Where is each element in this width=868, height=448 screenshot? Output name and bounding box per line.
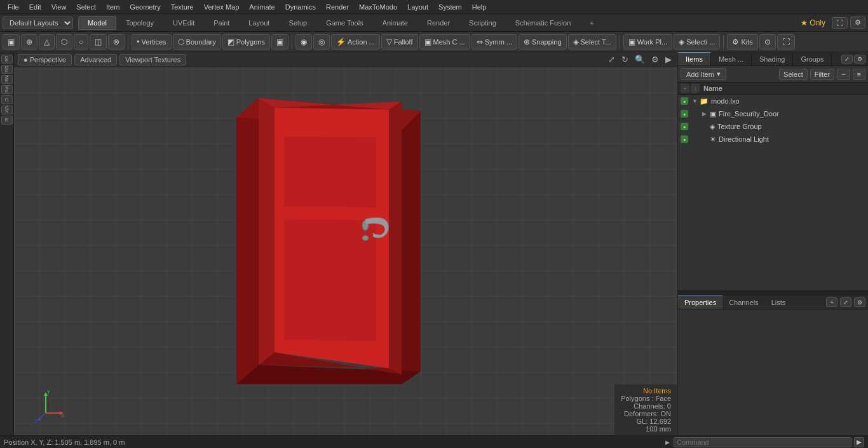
layout-options-button[interactable]: ⚙: [850, 17, 865, 29]
toolbar-btn-2[interactable]: ⊕: [21, 34, 37, 50]
tab-topology[interactable]: Topology: [116, 16, 163, 30]
menu-layout[interactable]: Layout: [402, 2, 433, 12]
toolbar-action-btn[interactable]: ⚡ Action ...: [331, 34, 380, 50]
menu-animate[interactable]: Animate: [244, 2, 280, 12]
toolbar-select-btn[interactable]: ▣: [3, 34, 20, 50]
sidebar-item-e[interactable]: E:: [1, 116, 13, 125]
viewport-settings-icon[interactable]: ⚙: [649, 53, 661, 65]
menu-view[interactable]: View: [46, 2, 72, 12]
scene-item-directional-light[interactable]: ● ▶ ☀ Directional Light: [678, 133, 868, 146]
tab-schematic-fusion[interactable]: Schematic Fusion: [506, 16, 580, 30]
prop-expand-btn[interactable]: ⤢: [840, 297, 851, 307]
toolbar-btn-5[interactable]: ○: [74, 34, 88, 50]
toolbar-mesh-btn[interactable]: ▣ Mesh C ...: [419, 34, 470, 50]
menu-geometry[interactable]: Geometry: [125, 2, 165, 12]
sidebar-item-c[interactable]: C:: [1, 95, 13, 104]
tab-model[interactable]: Model: [78, 16, 116, 30]
sidebar-item-me[interactable]: Me:: [1, 75, 13, 84]
toolbar-btn-8[interactable]: ▣: [271, 34, 288, 50]
tab-game-tools[interactable]: Game Tools: [316, 16, 373, 30]
cmd-go-button[interactable]: ▶: [854, 437, 864, 447]
viewport-search-icon[interactable]: 🔍: [633, 53, 647, 65]
tab-paint[interactable]: Paint: [204, 16, 239, 30]
menu-dynamics[interactable]: Dynamics: [280, 2, 321, 12]
scene-item-texture-group[interactable]: ● ▶ ◈ Texture Group: [678, 120, 868, 133]
items-filter-btn[interactable]: Filter: [810, 69, 834, 80]
items-select-btn[interactable]: Select: [779, 69, 808, 80]
item-expand-modo[interactable]: ▼: [692, 98, 700, 104]
maximize-button[interactable]: ⛶: [832, 17, 848, 29]
vis-dot-1[interactable]: ●: [681, 97, 688, 105]
toolbar-btn-6[interactable]: ◫: [90, 34, 107, 50]
viewport-maximize-icon[interactable]: ⤢: [606, 53, 617, 65]
panel-options-btn[interactable]: ⤢: [841, 55, 853, 64]
menu-edit[interactable]: Edit: [24, 2, 46, 12]
toolbar-selection-btn[interactable]: ◈ Selecti ...: [674, 34, 720, 50]
star-button[interactable]: ★ Only: [797, 17, 829, 29]
prop-tab-lists[interactable]: Lists: [765, 296, 792, 309]
prop-add-btn[interactable]: +: [826, 297, 837, 307]
command-input[interactable]: [674, 437, 851, 447]
viewport-refresh-icon[interactable]: ↻: [620, 53, 630, 65]
menu-render[interactable]: Render: [321, 2, 354, 12]
menu-texture[interactable]: Texture: [166, 2, 199, 12]
toolbar-kits-btn[interactable]: ⚙ Kits: [727, 34, 757, 50]
scene-item-fire-door[interactable]: ● ▶ ▣ Fire_Security_Door: [678, 107, 868, 120]
item-expand-door[interactable]: ▶: [702, 111, 710, 117]
tab-setup[interactable]: Setup: [279, 16, 316, 30]
item-expand-texture[interactable]: ▶: [702, 123, 710, 130]
toolbar-btn-10[interactable]: ◎: [313, 34, 330, 50]
tab-add[interactable]: +: [580, 16, 603, 30]
toolbar-btn-7[interactable]: ⊗: [108, 34, 125, 50]
tab-render[interactable]: Render: [417, 16, 459, 30]
toolbar-polygons-btn[interactable]: ◩ Polygons: [222, 34, 270, 50]
add-item-button[interactable]: Add Item ▾: [681, 68, 726, 80]
panel-tab-items[interactable]: Items: [678, 52, 711, 65]
tab-scripting[interactable]: Scripting: [459, 16, 506, 30]
layout-dropdown[interactable]: Default Layouts: [3, 17, 73, 29]
toolbar-snapping-btn[interactable]: ⊕ Snapping: [519, 34, 567, 50]
panel-tab-groups[interactable]: Groups: [793, 53, 832, 65]
item-expand-light[interactable]: ▶: [702, 136, 710, 142]
menu-select[interactable]: Select: [71, 2, 101, 12]
prop-settings-btn[interactable]: ⚙: [854, 297, 865, 307]
toolbar-btn-3[interactable]: △: [39, 34, 55, 50]
viewport-canvas[interactable]: Y X Z No Items Polygons : Face Channels:…: [14, 67, 677, 435]
vis-dot-door[interactable]: ●: [681, 110, 688, 118]
tab-layout[interactable]: Layout: [239, 16, 279, 30]
items-minus-btn[interactable]: −: [837, 69, 850, 80]
toolbar-symm-btn[interactable]: ⇔ Symm ...: [471, 34, 517, 50]
panel-settings-btn[interactable]: ⚙: [854, 55, 865, 64]
toolbar-boundary-btn[interactable]: ⬡ Boundary: [173, 34, 221, 50]
sidebar-item-du[interactable]: Du:: [1, 65, 13, 74]
toolbar-btn-11[interactable]: ⊙: [759, 34, 776, 50]
menu-help[interactable]: Help: [467, 2, 492, 12]
menu-item[interactable]: Item: [101, 2, 125, 12]
vis-dot-texture[interactable]: ●: [681, 123, 688, 130]
tab-uvedit[interactable]: UVEdit: [163, 16, 204, 30]
tab-animate[interactable]: Animate: [373, 16, 417, 30]
prop-tab-properties[interactable]: Properties: [678, 295, 722, 309]
toolbar-btn-9[interactable]: ◉: [295, 34, 312, 50]
vis-icon-2[interactable]: ↓: [691, 84, 700, 93]
items-more-btn[interactable]: ≡: [853, 69, 865, 80]
toolbar-falloff-btn[interactable]: ▽ Falloff: [381, 34, 418, 50]
toolbar-btn-12[interactable]: ⛶: [777, 34, 795, 50]
viewport-type-btn[interactable]: ● Perspective: [18, 54, 72, 65]
sidebar-item-uv[interactable]: UV:: [1, 105, 13, 114]
toolbar-select-tool-btn[interactable]: ◈ Select T...: [568, 34, 616, 50]
viewport-expand-icon[interactable]: ▶: [663, 53, 674, 65]
viewport-advanced-btn[interactable]: Advanced: [74, 54, 117, 65]
prop-tab-channels[interactable]: Channels: [722, 296, 764, 309]
toolbar-vertices-btn[interactable]: • Vertices: [132, 34, 171, 50]
vis-icon-1[interactable]: +: [681, 84, 689, 93]
panel-tab-mesh[interactable]: Mesh ...: [711, 53, 752, 65]
sidebar-item-po[interactable]: Po:: [1, 85, 13, 94]
viewport-textures-btn[interactable]: Viewport Textures: [119, 54, 186, 65]
menu-vertex-map[interactable]: Vertex Map: [199, 2, 245, 12]
panel-tab-shading[interactable]: Shading: [752, 53, 793, 65]
vis-dot-light[interactable]: ●: [681, 135, 688, 143]
toolbar-btn-4[interactable]: ⬡: [56, 34, 72, 50]
sidebar-item-de[interactable]: De:: [1, 55, 13, 64]
scene-item-modo-lxo[interactable]: ● ▼ 📁 modo.lxo: [678, 95, 868, 107]
